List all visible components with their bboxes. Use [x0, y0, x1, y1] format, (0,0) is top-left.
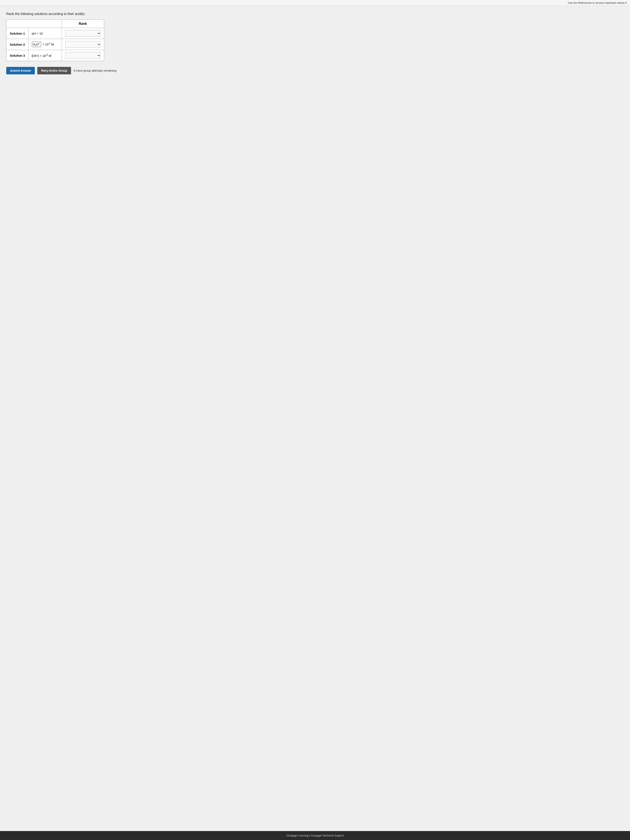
- table-row: Solution 1 pH = 10 1 2 3: [6, 28, 104, 39]
- solution1-rank-cell[interactable]: 1 2 3: [62, 28, 104, 39]
- rank-table: Rank Solution 1 pH = 10 1 2 3 Solut: [6, 20, 104, 61]
- footer-support: Cengage Technical Support: [311, 834, 344, 837]
- solution1-label: Solution 1: [6, 28, 28, 39]
- retry-entire-group-button[interactable]: Retry Entire Group: [37, 67, 71, 74]
- solution3-formula: [OH-] = 10-6 M: [28, 50, 62, 61]
- button-row: Submit Answer Retry Entire Group 9 more …: [6, 67, 624, 74]
- footer-cengage: Cengage Learning: [286, 834, 308, 837]
- table-row: Solution 3 [OH-] = 10-6 M 1 2 3: [6, 50, 104, 61]
- top-bar: Use the References to access important v…: [0, 0, 630, 6]
- solution3-label: Solution 3: [6, 50, 28, 61]
- footer: Cengage Learning | Cengage Technical Sup…: [0, 831, 630, 840]
- top-bar-text: Use the References to access important v…: [568, 1, 627, 5]
- solution2-rank-select[interactable]: 1 2 3: [65, 41, 101, 48]
- solution2-formula: H3O+ = 10-2 M: [28, 39, 62, 50]
- solution3-rank-select[interactable]: 1 2 3: [65, 52, 101, 59]
- main-content: Rank the following solutions according t…: [0, 6, 630, 831]
- submit-answer-button[interactable]: Submit Answer: [6, 67, 35, 74]
- solution2-rank-cell[interactable]: 1 2 3: [62, 39, 104, 50]
- solution3-rank-cell[interactable]: 1 2 3: [62, 50, 104, 61]
- footer-separator: |: [309, 834, 311, 837]
- solution2-label: Solution 2: [6, 39, 28, 50]
- formula-bracket: H3O+: [32, 42, 41, 47]
- question-prompt: Rank the following solutions according t…: [6, 12, 624, 16]
- table-header-rank: Rank: [62, 20, 104, 28]
- solution1-formula: pH = 10: [28, 28, 62, 39]
- attempts-remaining-text: 9 more group attempts remaining: [74, 69, 117, 72]
- table-row: Solution 2 H3O+ = 10-2 M 1 2 3: [6, 39, 104, 50]
- table-header-empty: [6, 20, 62, 28]
- solution1-rank-select[interactable]: 1 2 3: [65, 30, 101, 37]
